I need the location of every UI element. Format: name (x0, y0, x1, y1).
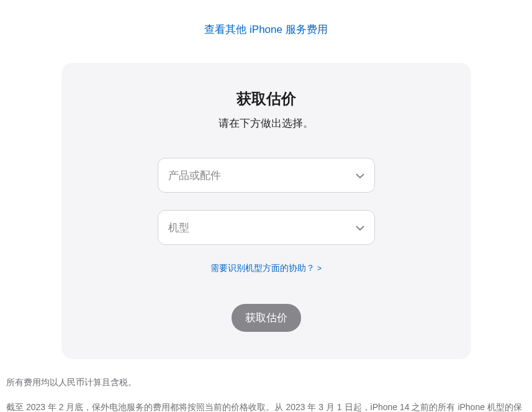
estimate-card: 获取估价 请在下方做出选择。 产品或配件 机型 需要识别机型方面的协助？ > 获… (61, 63, 471, 359)
card-title: 获取估价 (80, 89, 453, 109)
chevron-down-icon (356, 221, 364, 234)
model-select[interactable]: 机型 (158, 210, 375, 245)
model-select-placeholder: 机型 (168, 221, 189, 235)
footer-line-2: 截至 2023 年 2 月底，保外电池服务的费用都将按照当前的价格收取。从 20… (6, 400, 526, 412)
product-select[interactable]: 产品或配件 (158, 158, 375, 193)
get-estimate-button[interactable]: 获取估价 (232, 304, 301, 332)
chevron-down-icon (356, 169, 364, 181)
identify-model-help-link[interactable]: 需要识别机型方面的协助？ > (210, 263, 322, 274)
product-select-placeholder: 产品或配件 (168, 168, 221, 183)
chevron-right-icon: > (317, 264, 322, 273)
footer-line-1: 所有费用均以人民币计算且含税。 (6, 375, 526, 390)
other-services-link[interactable]: 查看其他 iPhone 服务费用 (204, 24, 327, 35)
card-subtitle: 请在下方做出选择。 (80, 116, 453, 130)
footer-notes: 所有费用均以人民币计算且含税。 截至 2023 年 2 月底，保外电池服务的费用… (6, 375, 526, 412)
help-link-label: 需要识别机型方面的协助？ (210, 263, 315, 274)
